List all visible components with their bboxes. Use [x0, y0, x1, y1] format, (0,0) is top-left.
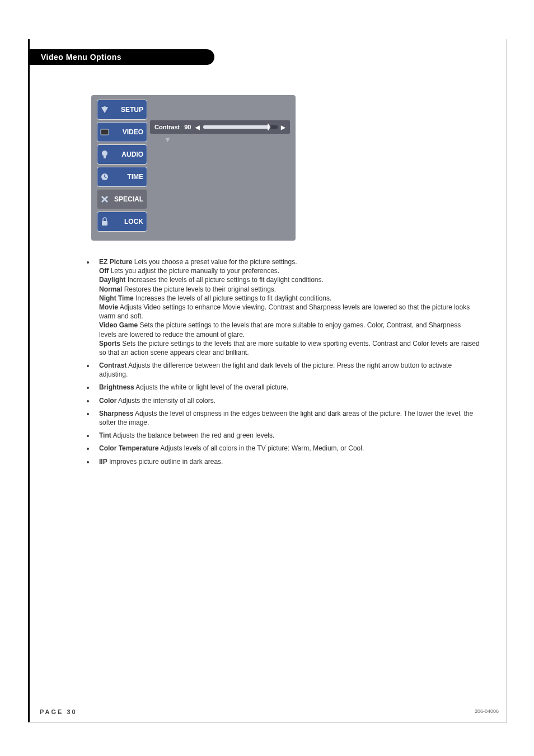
- sub-item: Daylight Increases the levels of all pic…: [99, 275, 480, 284]
- item-text: Adjusts levels of all colors in the TV p…: [160, 444, 364, 452]
- doc-number: 206-04006: [475, 708, 499, 714]
- lock-icon: [100, 217, 110, 227]
- item-text: Adjusts the difference between the light…: [99, 361, 452, 378]
- slider-bar[interactable]: [203, 125, 278, 129]
- item-text: Adjusts the balance between the red and …: [113, 431, 274, 439]
- menu-tab-label: LOCK: [124, 218, 143, 226]
- menu-tab-video[interactable]: VIDEO: [97, 122, 147, 142]
- menu-tab-label: TIME: [127, 173, 143, 181]
- setup-icon: [100, 105, 110, 115]
- menu-content: Contrast 90 ◀ ▶: [150, 120, 290, 134]
- item-title: Sharpness: [99, 410, 133, 417]
- item-title: Color: [99, 397, 116, 405]
- item-title: Brightness: [99, 383, 134, 391]
- special-icon: [100, 194, 110, 204]
- svg-rect-0: [101, 129, 109, 135]
- slider-value: 90: [184, 124, 191, 130]
- contrast-slider-row[interactable]: Contrast 90 ◀ ▶: [150, 120, 290, 134]
- sub-item: Normal Restores the picture levels to th…: [99, 285, 480, 294]
- menu-tab-lock[interactable]: LOCK: [97, 212, 147, 232]
- sub-item: Video Game Sets the picture settings to …: [99, 321, 480, 339]
- item-text: Improves picture outline in dark areas.: [109, 458, 223, 466]
- video-icon: [100, 127, 110, 137]
- svg-point-1: [102, 151, 107, 156]
- item-text: Lets you choose a preset value for the p…: [134, 258, 297, 266]
- slider-thumb[interactable]: [268, 124, 269, 130]
- item-text: Adjusts the white or light level of the …: [135, 383, 288, 391]
- menu-tab-time[interactable]: TIME: [97, 167, 147, 187]
- page-number: PAGE 30: [40, 708, 77, 715]
- audio-icon: [100, 149, 110, 159]
- sub-item: Off Lets you adjust the picture manually…: [99, 266, 480, 275]
- list-item: Contrast Adjusts the difference between …: [95, 361, 480, 379]
- menu-tab-setup[interactable]: SETUP: [97, 100, 147, 120]
- svg-rect-4: [102, 221, 107, 226]
- menu-tab-label: SPECIAL: [114, 195, 143, 203]
- list-item: IIP Improves picture outline in dark are…: [95, 457, 480, 466]
- arrow-right-icon[interactable]: ▶: [281, 124, 285, 130]
- item-text: Adjusts the intensity of all colors.: [118, 397, 216, 405]
- section-title: Video Menu Options: [30, 49, 214, 65]
- sub-item: Movie Adjusts Video settings to enhance …: [99, 303, 480, 321]
- list-item: EZ Picture Lets you choose a preset valu…: [95, 257, 480, 357]
- list-item: Tint Adjusts the balance between the red…: [95, 431, 480, 440]
- menu-tab-special[interactable]: SPECIAL: [97, 189, 147, 209]
- sub-item: Night Time Increases the levels of all p…: [99, 294, 480, 303]
- menu-tab-label: VIDEO: [123, 128, 143, 136]
- list-item: Sharpness Adjusts the level of crispness…: [95, 409, 480, 427]
- list-item: Color Adjusts the intensity of all color…: [95, 396, 480, 405]
- sub-item: Sports Sets the picture settings to the …: [99, 339, 480, 357]
- description-list: EZ Picture Lets you choose a preset valu…: [86, 257, 480, 470]
- arrow-left-icon[interactable]: ◀: [195, 124, 200, 130]
- slider-fill: [203, 125, 270, 129]
- menu-tab-label: SETUP: [121, 106, 143, 114]
- item-title: Tint: [99, 431, 111, 439]
- list-item: Brightness Adjusts the white or light le…: [95, 383, 480, 392]
- item-title: Color Temperature: [99, 444, 158, 452]
- item-title: Contrast: [99, 361, 127, 369]
- section-title-text: Video Menu Options: [41, 53, 121, 62]
- arrow-down-icon[interactable]: ▼: [164, 135, 171, 144]
- menu-tab-label: AUDIO: [121, 151, 143, 158]
- menu-sidebar: SETUP VIDEO AUDIO TIME: [97, 100, 147, 234]
- osd-menu: SETUP VIDEO AUDIO TIME: [91, 95, 296, 241]
- slider-label: Contrast: [154, 124, 180, 130]
- time-icon: [100, 172, 110, 182]
- svg-rect-2: [104, 156, 106, 158]
- page-frame: Video Menu Options SETUP VIDEO AUDIO: [28, 39, 507, 722]
- item-title: IIP: [99, 458, 107, 466]
- menu-tab-audio[interactable]: AUDIO: [97, 144, 147, 165]
- list-item: Color Temperature Adjusts levels of all …: [95, 444, 480, 453]
- item-title: EZ Picture: [99, 258, 132, 266]
- item-text: Adjusts the level of crispness in the ed…: [99, 410, 473, 426]
